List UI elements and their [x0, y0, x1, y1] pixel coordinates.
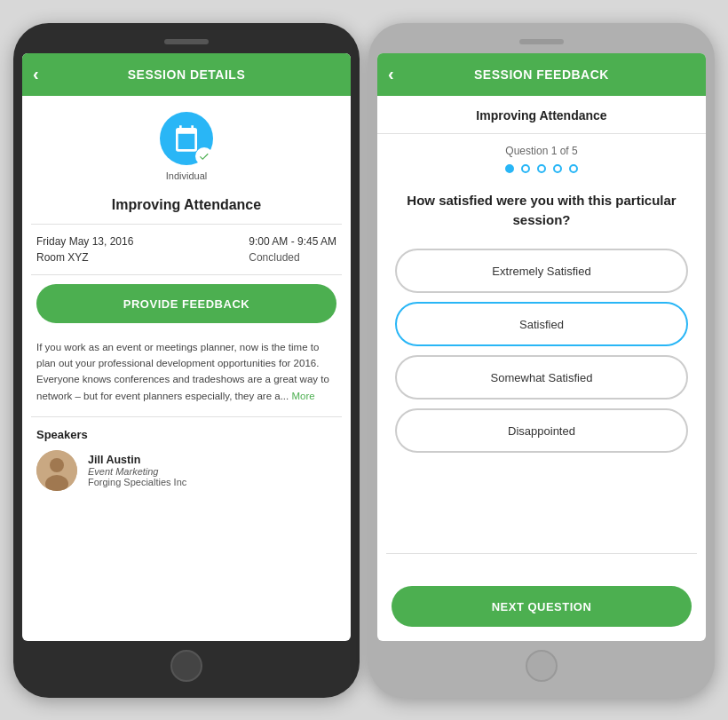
more-link[interactable]: More	[291, 391, 314, 401]
svg-point-1	[50, 458, 64, 472]
home-button-2[interactable]	[526, 650, 558, 682]
phone-screen-2: ‹ SESSION FEEDBACK Improving Attendance …	[377, 53, 706, 641]
session-icon-area: Individual	[22, 96, 351, 190]
dot-5	[569, 164, 578, 173]
provide-feedback-label: PROVIDE FEEDBACK	[123, 297, 249, 311]
option-satisfied-label: Satisfied	[519, 318, 564, 331]
phone-screen-1: ‹ SESSION DETAILS	[22, 53, 351, 641]
option-disappointed[interactable]: Disappointed	[395, 408, 688, 453]
feedback-question: How satisfied were you with this particu…	[377, 177, 706, 249]
phone-session-feedback: ‹ SESSION FEEDBACK Improving Attendance …	[368, 23, 715, 698]
provide-feedback-button[interactable]: PROVIDE FEEDBACK	[36, 284, 336, 323]
session-feedback-header: ‹ SESSION FEEDBACK	[377, 53, 706, 96]
checkmark-icon	[198, 150, 210, 162]
option-satisfied[interactable]: Satisfied	[395, 302, 688, 346]
session-details-content: Individual Improving Attendance Friday M…	[22, 96, 351, 641]
speaker-avatar	[36, 450, 77, 491]
meta-left: Friday May 13, 2016 Room XYZ	[36, 235, 133, 264]
option-extremely-satisfied-label: Extremely Satisfied	[492, 265, 590, 278]
session-description: If you work as an event or meetings plan…	[22, 332, 351, 408]
question-progress-text: Question 1 of 5	[377, 145, 706, 157]
page-wrapper: ‹ SESSION DETAILS	[0, 0, 728, 720]
home-button-1[interactable]	[170, 650, 202, 682]
session-time: 9:00 AM - 9:45 AM	[249, 235, 336, 248]
feedback-options: Extremely Satisfied Satisfied Somewhat S…	[377, 249, 706, 553]
speaker-company: Forging Specialties Inc	[88, 477, 186, 487]
speaker-photo	[36, 450, 77, 491]
feedback-session-title: Improving Attendance	[377, 96, 706, 134]
next-question-label: NEXT QUESTION	[492, 600, 592, 613]
dot-3	[537, 164, 546, 173]
phone-speaker-1	[164, 39, 209, 44]
speaker-role: Event Marketing	[88, 466, 186, 477]
session-status: Concluded	[249, 251, 336, 264]
speakers-section: Speakers Jill Austin Event	[22, 417, 351, 491]
session-meta: Friday May 13, 2016 Room XYZ 9:00 AM - 9…	[22, 225, 351, 274]
back-button-2[interactable]: ‹	[388, 64, 394, 84]
session-location: Room XYZ	[36, 251, 133, 264]
dot-1	[505, 164, 514, 173]
progress-dots	[377, 164, 706, 173]
speaker-name: Jill Austin	[88, 454, 186, 466]
option-somewhat-satisfied-label: Somewhat Satisfied	[491, 371, 593, 384]
speakers-label: Speakers	[36, 428, 336, 441]
calendar-icon	[172, 124, 201, 153]
session-icon-circle	[160, 112, 213, 165]
back-button-1[interactable]: ‹	[33, 64, 39, 84]
phone-session-details: ‹ SESSION DETAILS	[13, 23, 360, 698]
divider-2	[31, 274, 342, 275]
feedback-content: Improving Attendance Question 1 of 5 How…	[377, 96, 706, 641]
session-feedback-title: SESSION FEEDBACK	[474, 67, 609, 82]
option-extremely-satisfied[interactable]: Extremely Satisfied	[395, 249, 688, 293]
phone-speaker-2	[519, 39, 564, 44]
question-progress: Question 1 of 5	[377, 134, 706, 177]
session-title-1: Improving Attendance	[22, 190, 351, 224]
option-somewhat-satisfied[interactable]: Somewhat Satisfied	[395, 355, 688, 400]
session-details-title: SESSION DETAILS	[128, 67, 245, 82]
meta-right: 9:00 AM - 9:45 AM Concluded	[249, 235, 336, 264]
check-badge	[195, 147, 213, 165]
session-date: Friday May 13, 2016	[36, 235, 133, 248]
speaker-row: Jill Austin Event Marketing Forging Spec…	[36, 450, 336, 491]
option-disappointed-label: Disappointed	[508, 424, 575, 438]
individual-label: Individual	[166, 170, 207, 181]
session-details-header: ‹ SESSION DETAILS	[22, 53, 351, 96]
dot-4	[553, 164, 562, 173]
speaker-info: Jill Austin Event Marketing Forging Spec…	[88, 454, 186, 487]
next-question-button[interactable]: NEXT QUESTION	[392, 586, 692, 627]
bottom-divider	[386, 553, 697, 554]
dot-2	[521, 164, 530, 173]
